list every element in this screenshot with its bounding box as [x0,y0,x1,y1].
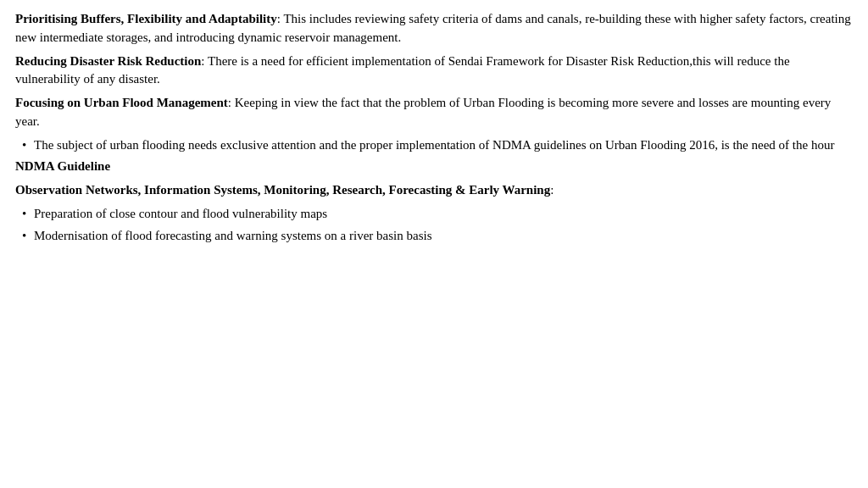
bullet-text-1: The subject of urban flooding needs excl… [34,136,853,155]
bullet-dot-1: • [22,136,34,155]
observation-heading: Observation Networks, Information System… [15,181,853,200]
main-content: Prioritising Buffers, Flexibility and Ad… [0,0,868,258]
observation-colon: : [550,183,554,197]
bullet-dot-2: • [22,205,34,224]
bullet-text-3: Modernisation of flood forecasting and w… [34,227,853,246]
list-item: • Modernisation of flood forecasting and… [15,227,853,246]
para-urban-flood-title: Focusing on Urban Flood Management [15,96,228,109]
para-reducing: Reducing Disaster Risk Reduction: There … [15,53,853,90]
para-reducing-title: Reducing Disaster Risk Reduction [15,54,201,68]
para-prioritising-title: Prioritising Buffers, Flexibility and Ad… [15,12,277,25]
para-urban-flood: Focusing on Urban Flood Management: Keep… [15,94,853,131]
bullet-text-2: Preparation of close contour and flood v… [34,205,853,224]
ndma-heading-text: NDMA Guideline [15,159,110,173]
observation-heading-text: Observation Networks, Information System… [15,183,550,197]
list-item: • Preparation of close contour and flood… [15,205,853,224]
bullet-dot-3: • [22,227,34,246]
list-item: • The subject of urban flooding needs ex… [15,136,853,155]
ndma-heading: NDMA Guideline [15,158,853,176]
para-prioritising: Prioritising Buffers, Flexibility and Ad… [15,10,853,47]
